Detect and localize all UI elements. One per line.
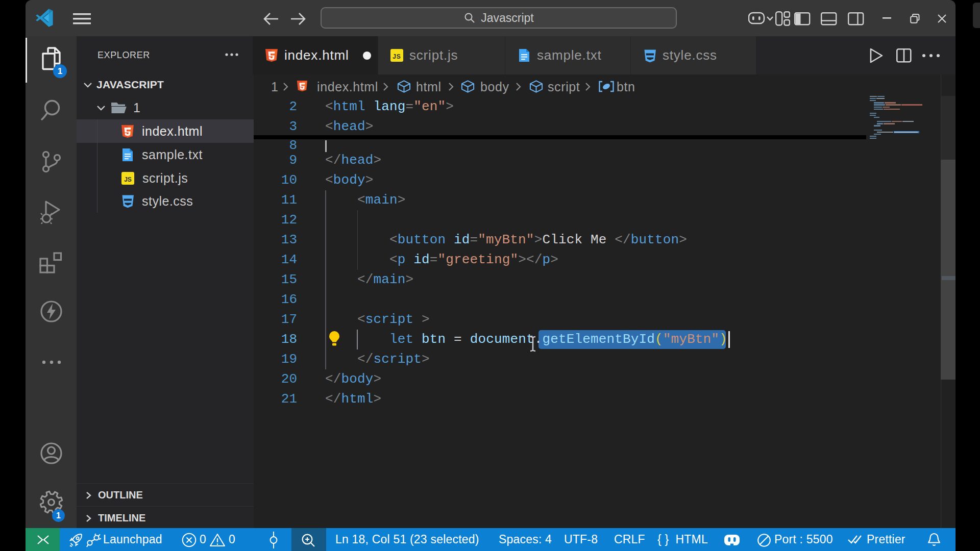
svg-text:JS: JS: [124, 176, 132, 183]
svg-text:JS: JS: [393, 53, 401, 60]
